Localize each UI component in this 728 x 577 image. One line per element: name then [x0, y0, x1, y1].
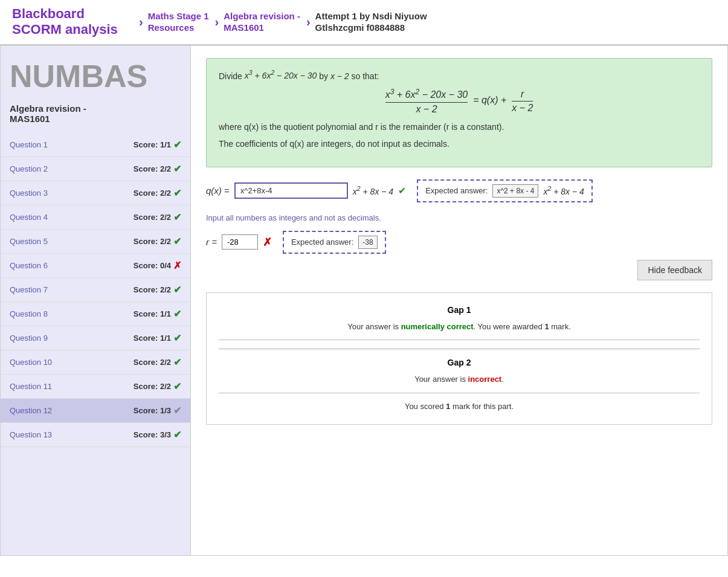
q-check-icon: ✔ [398, 185, 406, 196]
gap2-divider [219, 393, 700, 393]
sidebar-item-label-q13: Question 13 [10, 430, 52, 439]
breadcrumb-2-label[interactable]: Algebra revision - MAS1601 [224, 10, 300, 34]
sidebar-item-q13[interactable]: Question 13Score: 3/3 ✔ [1, 423, 190, 447]
breadcrumb-1-label[interactable]: Maths Stage 1 Resources [148, 10, 209, 34]
sidebar-item-label-q1: Question 1 [10, 140, 48, 149]
check-green-icon: ✔ [173, 356, 181, 368]
sidebar-item-q12[interactable]: Question 12Score: 1/3 ✔ [1, 399, 190, 423]
sidebar-title: NUMBAS [1, 46, 190, 100]
sidebar-item-score-q5: Score: 2/2 ✔ [134, 236, 181, 247]
sidebar-item-label-q5: Question 5 [10, 237, 48, 246]
q-expected-rendered: x2 + 8x − 4 [543, 185, 584, 196]
gap1-text: Your answer is numerically correct. You … [219, 321, 700, 333]
check-green-icon: ✔ [173, 381, 181, 392]
sidebar-item-q4[interactable]: Question 4Score: 2/2 ✔ [1, 205, 190, 230]
where-text: where q(x) is the quotient polynomial an… [219, 122, 700, 132]
coefficients-note: The coefficients of q(x) are integers, d… [219, 139, 700, 149]
check-grey-icon: ✔ [173, 405, 181, 416]
gap1-section: Gap 1 Your answer is numerically correct… [219, 305, 700, 333]
gap2-score-text: You scored 1 mark for this part. [219, 401, 700, 413]
q-rendered: x2 + 8x − 4 [353, 185, 393, 196]
r-input[interactable] [222, 234, 258, 250]
breadcrumb-3[interactable]: › Attempt 1 by Nsdi Niyuow Gtlshzcgmi f0… [306, 10, 427, 34]
question-list: Question 1Score: 1/1 ✔Question 2Score: 2… [1, 133, 190, 447]
sidebar-item-label-q7: Question 7 [10, 285, 48, 294]
math-fraction-display: x3 + 6x2 − 20x − 30 x − 2 = q(x) + r x −… [219, 88, 700, 114]
sidebar-item-q2[interactable]: Question 2Score: 2/2 ✔ [1, 157, 190, 181]
chevron-icon-3: › [306, 15, 311, 29]
chevron-icon-1: › [139, 15, 143, 29]
sidebar-item-score-q3: Score: 2/2 ✔ [134, 187, 181, 199]
sidebar-item-q6[interactable]: Question 6Score: 0/4 ✗ [1, 254, 190, 278]
hide-feedback-button[interactable]: Hide feedback [637, 260, 712, 280]
check-green-icon: ✔ [173, 308, 181, 320]
main-container: NUMBAS Algebra revision - MAS1601 Questi… [0, 45, 728, 556]
sidebar-item-label-q4: Question 4 [10, 213, 48, 222]
q-expected-box: Expected answer: x^2 + 8x - 4 x2 + 8x − … [417, 179, 593, 202]
sidebar-item-label-q3: Question 3 [10, 189, 48, 198]
q-expected-label: Expected answer: [425, 186, 488, 195]
sidebar: NUMBAS Algebra revision - MAS1601 Questi… [1, 46, 191, 555]
gap2-section: Gap 2 Your answer is incorrect. You scor… [219, 349, 700, 412]
sidebar-item-label-q9: Question 9 [10, 334, 48, 343]
gap2-title: Gap 2 [219, 358, 700, 367]
sidebar-item-q10[interactable]: Question 10Score: 2/2 ✔ [1, 350, 190, 375]
gap2-incorrect-text: Your answer is incorrect. [219, 373, 700, 385]
header: Blackboard SCORM analysis › Maths Stage … [0, 0, 728, 45]
breadcrumb-2[interactable]: › Algebra revision - MAS1601 [215, 10, 300, 34]
input-hint: Input all numbers as integers and not as… [206, 213, 712, 222]
sidebar-item-label-q10: Question 10 [10, 358, 52, 367]
sidebar-item-score-q11: Score: 2/2 ✔ [134, 381, 181, 392]
sidebar-item-q9[interactable]: Question 9Score: 1/1 ✔ [1, 326, 190, 350]
breadcrumb-1[interactable]: › Maths Stage 1 Resources [139, 10, 209, 34]
sidebar-item-q7[interactable]: Question 7Score: 2/2 ✔ [1, 278, 190, 302]
sidebar-item-score-q1: Score: 1/1 ✔ [134, 139, 181, 150]
r-label: r = [206, 237, 217, 247]
r-expected-box: Expected answer: -38 [283, 231, 386, 254]
sidebar-item-score-q2: Score: 2/2 ✔ [134, 163, 181, 175]
sidebar-item-score-q7: Score: 2/2 ✔ [134, 284, 181, 295]
breadcrumb-3-label[interactable]: Attempt 1 by Nsdi Niyuow Gtlshzcgmi f088… [315, 10, 427, 34]
sidebar-item-label-q2: Question 2 [10, 164, 48, 173]
r-expected-label: Expected answer: [291, 237, 353, 247]
check-green-icon: ✔ [173, 211, 181, 223]
sidebar-item-q11[interactable]: Question 11Score: 2/2 ✔ [1, 375, 190, 399]
check-green-icon: ✔ [173, 163, 181, 175]
cross-red-icon: ✗ [173, 260, 181, 271]
sidebar-subtitle: Algebra revision - MAS1601 [1, 100, 190, 133]
sidebar-item-score-q10: Score: 2/2 ✔ [134, 356, 181, 368]
content-area: Divide x3 + 6x2 − 20x − 30 by x − 2 so t… [191, 46, 727, 555]
check-green-icon: ✔ [173, 139, 181, 150]
r-cross-icon: ✗ [263, 236, 272, 249]
sidebar-item-label-q12: Question 12 [10, 406, 52, 415]
sidebar-item-q8[interactable]: Question 8Score: 1/1 ✔ [1, 302, 190, 326]
sidebar-item-q3[interactable]: Question 3Score: 2/2 ✔ [1, 181, 190, 205]
sidebar-item-label-q8: Question 8 [10, 309, 48, 318]
sidebar-item-score-q12: Score: 1/3 ✔ [134, 405, 181, 416]
qx-answer-row: q(x) = x2 + 8x − 4 ✔ Expected answer: x^… [206, 179, 712, 202]
gap-divider [219, 340, 700, 340]
sidebar-item-score-q8: Score: 1/1 ✔ [134, 308, 181, 320]
check-green-icon: ✔ [173, 332, 181, 344]
sidebar-item-score-q9: Score: 1/1 ✔ [134, 332, 181, 344]
check-green-icon: ✔ [173, 236, 181, 247]
check-green-icon: ✔ [173, 284, 181, 295]
sidebar-item-score-q6: Score: 0/4 ✗ [134, 260, 181, 271]
question-block: Divide x3 + 6x2 − 20x − 30 by x − 2 so t… [206, 58, 712, 167]
gap1-title: Gap 1 [219, 305, 700, 315]
r-answer-row: r = ✗ Expected answer: -38 [206, 231, 712, 254]
q-input[interactable] [234, 182, 348, 199]
question-intro-text: Divide x3 + 6x2 − 20x − 30 by x − 2 so t… [219, 69, 700, 81]
sidebar-item-score-q13: Score: 3/3 ✔ [134, 429, 181, 440]
sidebar-item-score-q4: Score: 2/2 ✔ [134, 211, 181, 223]
r-expected-value: -38 [358, 236, 377, 249]
check-green-icon: ✔ [173, 187, 181, 199]
q-expected-input-display: x^2 + 8x - 4 [492, 184, 538, 198]
logo: Blackboard SCORM analysis [12, 6, 133, 38]
sidebar-item-q5[interactable]: Question 5Score: 2/2 ✔ [1, 230, 190, 254]
q-label: q(x) = [206, 185, 230, 196]
sidebar-item-q1[interactable]: Question 1Score: 1/1 ✔ [1, 133, 190, 157]
sidebar-item-label-q6: Question 6 [10, 261, 48, 270]
feedback-panel: Gap 1 Your answer is numerically correct… [206, 292, 712, 425]
chevron-icon-2: › [215, 15, 219, 29]
